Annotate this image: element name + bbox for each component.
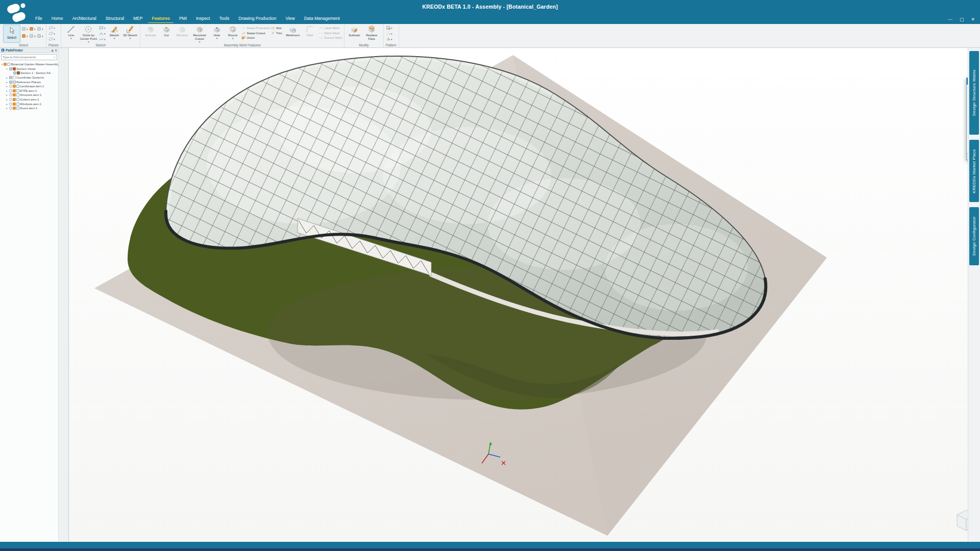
ribbon-tool-small[interactable]: Swept Cutout: [241, 31, 270, 35]
pattern-tool[interactable]: ▾: [386, 31, 393, 36]
menu-item[interactable]: Features: [148, 15, 173, 23]
ribbon-tool[interactable]: Replace Face: [362, 24, 381, 41]
pattern-rect-icon: [386, 26, 390, 31]
menu-item[interactable]: Inspect: [192, 15, 213, 23]
planes-icon: [13, 81, 16, 84]
ribbon-tool[interactable]: Hole ▾: [209, 24, 225, 43]
close-button[interactable]: ✕: [971, 17, 975, 22]
tree-item[interactable]: ▸ Landscape.asm:1: [0, 84, 58, 89]
tree-item[interactable]: Section 1 : Section AA: [0, 71, 58, 76]
doc-icon: [16, 89, 19, 92]
ribbon-tool[interactable]: Weldment: [283, 24, 302, 37]
pathfinder-pin-icon[interactable]: ◈: [51, 49, 54, 52]
tree-item[interactable]: ▾ Section Views: [0, 67, 58, 71]
tree-item[interactable]: ▸ Windows.asm:1: [0, 102, 58, 106]
pathfinder-search[interactable]: ⌕: [1, 54, 57, 60]
side-tab[interactable]: Design Structure Matrix: [969, 51, 979, 135]
menu-item[interactable]: Structural: [102, 15, 128, 23]
expand-arrow-icon[interactable]: ▸: [6, 85, 8, 88]
ribbon-tool-small[interactable]: Trim: [271, 31, 282, 35]
box-icon: [13, 71, 16, 74]
select-mini-tool[interactable]: ▾: [29, 26, 36, 32]
select-mini-tool[interactable]: ▾: [21, 33, 29, 39]
ribbon-group-pattern: ▾ ▾ ▾ Pattern: [384, 24, 399, 47]
viewport[interactable]: Edit Definition ? ✕ Options Finish Bound…: [69, 48, 968, 542]
expand-arrow-icon[interactable]: ▾: [6, 67, 8, 70]
ribbon-tool[interactable]: Circle by Center Point ▾: [79, 24, 98, 43]
pathfinder-close-icon[interactable]: ✕: [55, 49, 57, 52]
maximize-button[interactable]: ▢: [960, 17, 964, 22]
menu-item[interactable]: Drawing Production: [235, 15, 280, 23]
tree-item[interactable]: ▸ Coordinate Systems: [0, 76, 58, 80]
expand-arrow-icon[interactable]: ▸: [6, 89, 8, 92]
ribbon-tool-small[interactable]: Groove Weld: [319, 36, 342, 40]
expand-arrow-icon[interactable]: ▸: [6, 107, 8, 110]
groove-weld-icon: [319, 36, 323, 40]
search-icon: ⌕: [54, 55, 56, 59]
pattern-tool[interactable]: ▾: [386, 26, 393, 31]
ribbon-group-select: Select ▾ ▾ ▾ ▾: [1, 24, 46, 47]
menu-item[interactable]: Data Management: [301, 15, 344, 23]
ribbon-tool[interactable]: Revolve: [174, 24, 190, 43]
ribbon-tool[interactable]: Cut: [158, 24, 174, 43]
expand-arrow-icon[interactable]: ▸: [6, 76, 8, 79]
menu-item[interactable]: PMI: [176, 15, 190, 23]
box-icon: [9, 67, 12, 70]
ribbon-tool[interactable]: Fillet: [302, 24, 318, 37]
revolved-cutout-icon: [195, 25, 204, 34]
expand-arrow-icon[interactable]: ▸: [6, 81, 8, 84]
sketch-mini-tool[interactable]: ▾: [99, 31, 106, 36]
select-button[interactable]: Select: [3, 24, 20, 43]
select-mini-tool[interactable]: ▾: [37, 33, 44, 39]
tree-item[interactable]: ▸ Gutters.asm:1: [0, 97, 58, 102]
expand-arrow-icon[interactable]: ▸: [6, 93, 8, 96]
expand-arrow-icon[interactable]: ▾: [2, 63, 3, 66]
expand-arrow-icon[interactable]: ▸: [6, 103, 8, 106]
select-mini-tool[interactable]: ▾: [21, 26, 29, 32]
search-input[interactable]: [3, 56, 54, 59]
menu-item[interactable]: MEP: [130, 15, 146, 23]
stitch-weld-icon: [319, 31, 323, 35]
ribbon-tool-small[interactable]: Slot: [271, 26, 282, 30]
ribbon-tool[interactable]: Line ▾: [63, 24, 79, 43]
doc-icon: [16, 93, 19, 96]
menu-item[interactable]: File: [32, 15, 46, 23]
ribbon-tool[interactable]: Sketch ▾: [106, 24, 122, 39]
ribbon-tool-small[interactable]: Union: [241, 36, 270, 40]
tree-item[interactable]: ▾ Botanical Garden Master Assembly.asm: [0, 62, 58, 67]
ribbon-tool-small[interactable]: Swept Protrusion: [241, 26, 270, 30]
ribbon-tool[interactable]: 3D Sketch ▾: [122, 24, 138, 39]
ribbon-tool-small[interactable]: Stitch Weld: [319, 31, 342, 35]
expand-arrow-icon[interactable]: ▸: [6, 98, 8, 101]
sketch-mini-tool[interactable]: ▾: [99, 26, 106, 31]
sketch-mini-tool[interactable]: ▾: [99, 37, 106, 42]
subtract-icon: [350, 25, 359, 34]
ribbon-tool[interactable]: Revolved Cutout ▾: [190, 24, 209, 43]
mini-tool-icon: [37, 34, 41, 39]
menu-item[interactable]: View: [282, 15, 298, 23]
select-mini-tool[interactable]: ▾: [37, 26, 44, 32]
replace-face-icon: [367, 25, 376, 34]
ribbon-tool[interactable]: Round ▾: [225, 24, 240, 43]
ribbon-tool[interactable]: Subtract: [347, 24, 362, 41]
menu-item[interactable]: Tools: [215, 15, 233, 23]
ribbon-tool[interactable]: Extrude: [142, 24, 158, 43]
plane-tool[interactable]: ▾: [48, 37, 55, 42]
tree-item[interactable]: ▸ ETFE.asm:1: [0, 89, 58, 93]
menu-item[interactable]: Architectural: [68, 15, 100, 23]
tree-item[interactable]: ▸ Doors.asm:1: [0, 106, 58, 111]
doc-icon: [16, 85, 19, 88]
ribbon-tool-small[interactable]: Label Weld: [319, 26, 342, 30]
pattern-tool[interactable]: ▾: [386, 37, 393, 42]
side-tab[interactable]: Design Configurator: [969, 207, 979, 265]
select-mini-tool[interactable]: ▾: [29, 33, 36, 39]
side-tab[interactable]: KREODx Market Place: [969, 140, 979, 202]
plane-tool[interactable]: ▾: [48, 31, 55, 36]
pathfinder-splitter[interactable]: [58, 48, 68, 542]
minimize-button[interactable]: —: [948, 17, 952, 22]
menu-item[interactable]: Home: [48, 15, 67, 23]
tree-item[interactable]: ▸ Structure.asm:1: [0, 93, 58, 97]
3d-scene: [69, 48, 968, 542]
plane-tool[interactable]: ▾: [48, 26, 55, 31]
tree-item[interactable]: ▸ Reference Planes: [0, 80, 58, 84]
